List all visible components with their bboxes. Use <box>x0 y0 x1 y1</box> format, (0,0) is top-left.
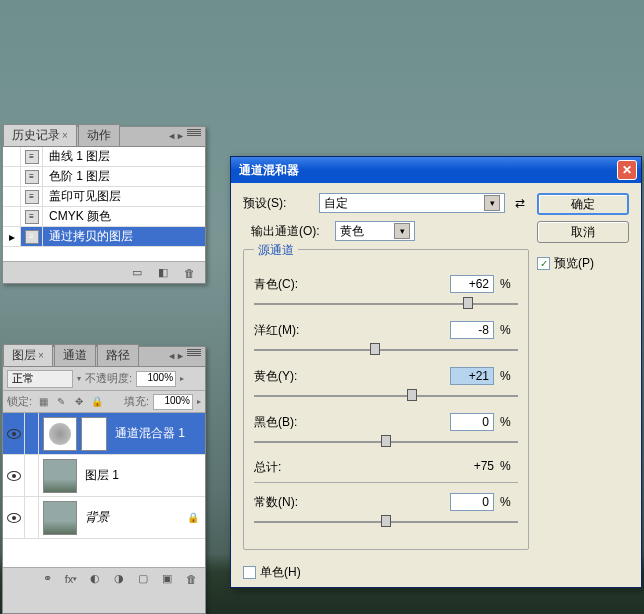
black-input[interactable] <box>450 413 494 431</box>
add-mask-icon[interactable]: ◐ <box>87 572 103 586</box>
tab-paths[interactable]: 路径 <box>97 344 139 366</box>
eye-icon <box>7 513 21 523</box>
lock-indicator-icon: 🔒 <box>187 512 199 523</box>
cyan-input[interactable] <box>450 275 494 293</box>
close-icon[interactable]: ✕ <box>617 160 637 180</box>
magenta-slider[interactable] <box>254 341 518 357</box>
panel-collapse-icon[interactable]: ◄► <box>167 131 185 141</box>
history-item[interactable]: ≡ 曲线 1 图层 <box>3 147 205 167</box>
layer-name[interactable]: 背景 <box>81 509 187 526</box>
panel-collapse-icon[interactable]: ◄► <box>167 351 185 361</box>
cyan-label: 青色(C): <box>254 276 312 293</box>
monochrome-checkbox[interactable] <box>243 566 256 579</box>
layer-icon: ≡ <box>25 150 39 164</box>
history-tabs: 历史记录× 动作 ◄► <box>3 127 205 147</box>
layer-thumb[interactable] <box>43 501 77 535</box>
total-label: 总计: <box>254 459 281 476</box>
layer-mask-thumb[interactable] <box>81 417 107 451</box>
tab-actions[interactable]: 动作 <box>78 124 120 146</box>
yellow-input[interactable] <box>450 367 494 385</box>
layer-icon: ≡ <box>25 170 39 184</box>
layer-icon: ≡ <box>25 230 39 244</box>
layers-panel: 图层× 通道 路径 ◄► 正常 ▾ 不透明度: 100% ▸ 锁定: ▦ ✎ ✥… <box>2 346 206 614</box>
layer-style-icon[interactable]: fx▾ <box>63 572 79 586</box>
preview-label: 预览(P) <box>554 255 594 272</box>
black-label: 黑色(B): <box>254 414 312 431</box>
adjustment-thumb[interactable] <box>43 417 77 451</box>
new-document-from-state-icon[interactable]: ▭ <box>129 266 145 280</box>
visibility-toggle[interactable] <box>3 497 25 538</box>
eye-icon <box>7 429 21 439</box>
preview-checkbox[interactable]: ✓ <box>537 257 550 270</box>
layers-footer: ⚭ fx▾ ◐ ◑ ▢ ▣ 🗑 <box>3 567 205 589</box>
tab-close-icon[interactable]: × <box>62 130 68 141</box>
layer-icon: ≡ <box>25 210 39 224</box>
fill-arrow-icon[interactable]: ▸ <box>197 397 201 406</box>
yellow-label: 黄色(Y): <box>254 368 312 385</box>
link-layers-icon[interactable]: ⚭ <box>39 572 55 586</box>
history-current-marker: ▸ <box>3 227 21 246</box>
layers-list: 通道混合器 1 图层 1 背景 🔒 <box>3 413 205 567</box>
layer-name[interactable]: 图层 1 <box>81 467 205 484</box>
constant-label: 常数(N): <box>254 494 312 511</box>
fill-label: 填充: <box>124 394 149 409</box>
fill-input[interactable]: 100% <box>153 394 193 410</box>
ok-button[interactable]: 确定 <box>537 193 629 215</box>
layer-row[interactable]: 背景 🔒 <box>3 497 205 539</box>
lock-pixels-icon[interactable]: ✎ <box>54 395 68 409</box>
preset-label: 预设(S): <box>243 195 313 212</box>
layer-row[interactable]: 图层 1 <box>3 455 205 497</box>
channel-mixer-dialog: 通道混和器 ✕ 预设(S): 自定 ▾ ⇄ 输出通道(O): 黄色 ▾ <box>230 156 642 588</box>
layer-thumb[interactable] <box>43 459 77 493</box>
output-channel-label: 输出通道(O): <box>251 223 329 240</box>
history-item[interactable]: ≡ 盖印可见图层 <box>3 187 205 207</box>
magenta-input[interactable] <box>450 321 494 339</box>
dialog-titlebar[interactable]: 通道混和器 ✕ <box>231 157 641 183</box>
history-item[interactable]: ≡ CMYK 颜色 <box>3 207 205 227</box>
layer-icon: ≡ <box>25 190 39 204</box>
eye-icon <box>7 471 21 481</box>
new-layer-icon[interactable]: ▣ <box>159 572 175 586</box>
opacity-label: 不透明度: <box>85 371 132 386</box>
history-item[interactable]: ≡ 色阶 1 图层 <box>3 167 205 187</box>
constant-slider[interactable] <box>254 513 518 529</box>
chevron-down-icon: ▾ <box>484 195 500 211</box>
history-panel: 历史记录× 动作 ◄► ≡ 曲线 1 图层 ≡ 色阶 1 图层 ≡ 盖印可见图层… <box>2 126 206 284</box>
output-channel-select[interactable]: 黄色 ▾ <box>335 221 415 241</box>
opacity-arrow-icon[interactable]: ▸ <box>180 374 184 383</box>
tab-channels[interactable]: 通道 <box>54 344 96 366</box>
delete-state-icon[interactable]: 🗑 <box>181 266 197 280</box>
lock-all-icon[interactable]: 🔒 <box>90 395 104 409</box>
history-item-selected[interactable]: ▸≡ 通过拷贝的图层 <box>3 227 205 247</box>
black-slider[interactable] <box>254 433 518 449</box>
visibility-toggle[interactable] <box>3 455 25 496</box>
panel-menu-icon[interactable] <box>187 129 201 143</box>
opacity-input[interactable]: 100% <box>136 371 176 387</box>
preset-menu-icon[interactable]: ⇄ <box>511 194 529 212</box>
lock-position-icon[interactable]: ✥ <box>72 395 86 409</box>
blend-mode-select[interactable]: 正常 <box>7 370 73 388</box>
panel-menu-icon[interactable] <box>187 349 201 363</box>
tab-close-icon[interactable]: × <box>38 350 44 361</box>
tab-layers[interactable]: 图层× <box>3 344 53 366</box>
cyan-slider[interactable] <box>254 295 518 311</box>
layers-tabs: 图层× 通道 路径 ◄► <box>3 347 205 367</box>
visibility-toggle[interactable] <box>3 413 25 454</box>
lock-label: 锁定: <box>7 394 32 409</box>
layer-row-selected[interactable]: 通道混合器 1 <box>3 413 205 455</box>
total-value: +75 <box>474 459 494 476</box>
history-list: ≡ 曲线 1 图层 ≡ 色阶 1 图层 ≡ 盖印可见图层 ≡ CMYK 颜色 ▸… <box>3 147 205 261</box>
tab-history[interactable]: 历史记录× <box>3 124 77 146</box>
source-channels-fieldset: 源通道 青色(C): % 洋红(M): % 黄色(Y): % <box>243 249 529 550</box>
adjustment-layer-icon[interactable]: ◑ <box>111 572 127 586</box>
snapshot-icon[interactable]: ◧ <box>155 266 171 280</box>
cancel-button[interactable]: 取消 <box>537 221 629 243</box>
constant-input[interactable] <box>450 493 494 511</box>
lock-transparency-icon[interactable]: ▦ <box>36 395 50 409</box>
delete-layer-icon[interactable]: 🗑 <box>183 572 199 586</box>
yellow-slider[interactable] <box>254 387 518 403</box>
layer-name[interactable]: 通道混合器 1 <box>111 425 205 442</box>
preset-select[interactable]: 自定 ▾ <box>319 193 505 213</box>
new-group-icon[interactable]: ▢ <box>135 572 151 586</box>
chevron-down-icon: ▾ <box>394 223 410 239</box>
